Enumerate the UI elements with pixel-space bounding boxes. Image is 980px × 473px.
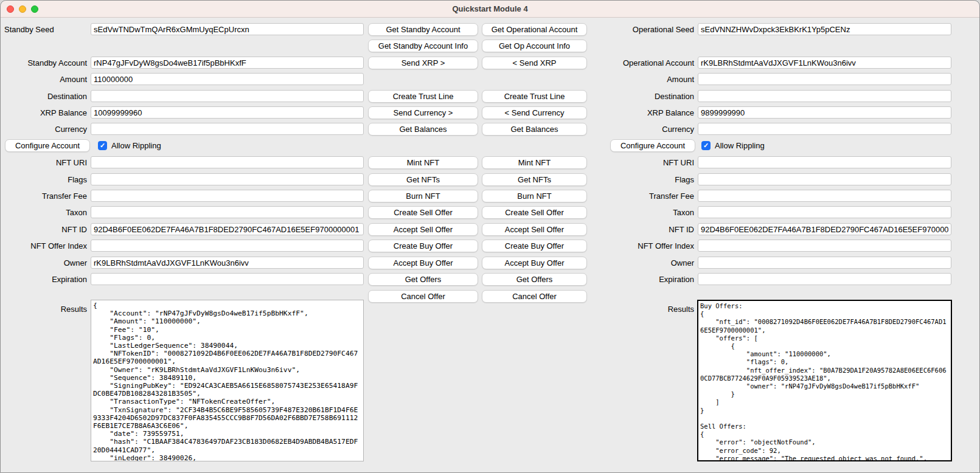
standby-nft-id-input[interactable] <box>91 223 364 235</box>
operational-taxon-input[interactable] <box>698 206 951 218</box>
standby-allow-rippling-checkbox[interactable]: ✓ <box>98 141 107 150</box>
standby-create-sell-offer-button[interactable]: Create Sell Offer <box>368 206 478 219</box>
standby-currency-input[interactable] <box>91 123 364 135</box>
operational-nft-uri-input[interactable] <box>698 156 951 168</box>
standby-account-input[interactable] <box>91 57 364 69</box>
operational-flags-input[interactable] <box>698 173 951 185</box>
standby-send-xrp-button[interactable]: Send XRP > <box>368 57 478 69</box>
operational-create-buy-offer-button[interactable]: Create Buy Offer <box>482 240 587 252</box>
operational-seed-input[interactable] <box>698 23 951 35</box>
operational-nft-id-input[interactable] <box>698 223 951 235</box>
standby-currency-label: Currency <box>1 123 87 136</box>
standby-nft-uri-label: NFT URI <box>1 157 87 169</box>
checkmark-icon: ✓ <box>100 142 105 149</box>
standby-send-currency-button[interactable]: Send Currency > <box>368 106 478 119</box>
operational-currency-label: Currency <box>596 123 694 136</box>
standby-create-trust-line-button[interactable]: Create Trust Line <box>368 90 478 103</box>
standby-get-offers-button[interactable]: Get Offers <box>368 273 478 286</box>
standby-destination-input[interactable] <box>91 90 364 102</box>
standby-nft-offer-index-label: NFT Offer Index <box>1 240 87 252</box>
checkmark-icon: ✓ <box>703 142 709 149</box>
operational-accept-buy-offer-button[interactable]: Accept Buy Offer <box>482 257 587 269</box>
operational-taxon-label: Taxon <box>596 207 694 219</box>
standby-seed-label: Standby Seed <box>4 24 91 36</box>
operational-xrp-balance-input[interactable] <box>698 106 951 119</box>
standby-xrp-balance-label: XRP Balance <box>1 107 87 119</box>
operational-owner-label: Owner <box>596 257 694 269</box>
operational-amount-label: Amount <box>596 74 694 86</box>
operational-results-textarea[interactable]: Buy Offers: { "nft_id": "0008271092D4B6F… <box>697 300 952 461</box>
operational-destination-input[interactable] <box>698 90 951 102</box>
standby-transfer-fee-label: Transfer Fee <box>1 190 87 202</box>
window-title: Quickstart Module 4 <box>1 1 979 18</box>
get-operational-account-button[interactable]: Get Operational Account <box>482 23 587 36</box>
get-standby-account-button[interactable]: Get Standby Account <box>368 23 478 36</box>
standby-amount-input[interactable] <box>91 73 364 85</box>
operational-get-offers-button[interactable]: Get Offers <box>482 273 587 286</box>
operational-allow-rippling-checkbox[interactable]: ✓ <box>701 141 711 150</box>
operational-seed-label: Operational Seed <box>596 24 694 36</box>
standby-accept-sell-offer-button[interactable]: Accept Sell Offer <box>368 223 478 236</box>
operational-send-currency-button[interactable]: < Send Currency <box>482 106 587 119</box>
standby-seed-input[interactable] <box>91 23 364 35</box>
operational-nft-id-label: NFT ID <box>596 224 694 236</box>
standby-taxon-label: Taxon <box>1 207 87 219</box>
operational-allow-rippling-label: Allow Rippling <box>715 139 765 152</box>
standby-destination-label: Destination <box>1 91 87 103</box>
operational-create-trust-line-button[interactable]: Create Trust Line <box>482 90 587 103</box>
operational-account-input[interactable] <box>698 57 951 69</box>
operational-expiration-input[interactable] <box>698 273 951 285</box>
operational-create-sell-offer-button[interactable]: Create Sell Offer <box>482 206 587 219</box>
standby-allow-rippling-label: Allow Rippling <box>111 139 161 152</box>
operational-nft-uri-label: NFT URI <box>596 157 694 169</box>
standby-amount-label: Amount <box>1 74 87 86</box>
standby-taxon-input[interactable] <box>91 206 364 218</box>
operational-results-label: Results <box>596 303 694 316</box>
standby-cancel-offer-button[interactable]: Cancel Offer <box>368 290 478 303</box>
standby-flags-label: Flags <box>1 174 87 186</box>
operational-xrp-balance-label: XRP Balance <box>596 107 694 119</box>
standby-owner-label: Owner <box>1 257 87 269</box>
operational-currency-input[interactable] <box>698 123 951 135</box>
standby-owner-input[interactable] <box>91 257 364 269</box>
standby-get-nfts-button[interactable]: Get NFTs <box>368 173 478 186</box>
operational-flags-label: Flags <box>596 174 694 186</box>
standby-transfer-fee-input[interactable] <box>91 190 364 202</box>
operational-transfer-fee-label: Transfer Fee <box>596 190 694 202</box>
operational-destination-label: Destination <box>596 91 694 103</box>
standby-mint-nft-button[interactable]: Mint NFT <box>368 156 478 169</box>
standby-accept-buy-offer-button[interactable]: Accept Buy Offer <box>368 257 478 269</box>
app-window: Quickstart Module 4 Standby Seed Standby… <box>0 0 980 473</box>
get-standby-account-info-button[interactable]: Get Standby Account Info <box>368 40 478 52</box>
standby-nft-id-label: NFT ID <box>1 224 87 236</box>
operational-expiration-label: Expiration <box>596 274 694 286</box>
operational-get-nfts-button[interactable]: Get NFTs <box>482 173 587 186</box>
standby-xrp-balance-input[interactable] <box>91 106 364 119</box>
standby-flags-input[interactable] <box>91 173 364 185</box>
operational-accept-sell-offer-button[interactable]: Accept Sell Offer <box>482 223 587 236</box>
operational-account-label: Operational Account <box>596 57 694 69</box>
standby-get-balances-button[interactable]: Get Balances <box>368 123 478 136</box>
standby-expiration-input[interactable] <box>91 273 364 285</box>
standby-configure-account-button[interactable]: Configure Account <box>5 139 90 152</box>
standby-nft-uri-input[interactable] <box>91 156 364 168</box>
operational-transfer-fee-input[interactable] <box>698 190 951 202</box>
operational-amount-input[interactable] <box>698 73 951 85</box>
get-op-account-info-button[interactable]: Get Op Account Info <box>482 40 587 52</box>
standby-results-label: Results <box>1 303 87 316</box>
operational-send-xrp-button[interactable]: < Send XRP <box>482 57 587 69</box>
operational-burn-nft-button[interactable]: Burn NFT <box>482 190 587 202</box>
standby-results-textarea[interactable]: { "Account": "rNP47gJFvDyW8gsDo4weB17if5… <box>91 300 364 461</box>
title-bar: Quickstart Module 4 <box>1 1 979 18</box>
operational-nft-offer-index-input[interactable] <box>698 240 951 252</box>
operational-get-balances-button[interactable]: Get Balances <box>482 123 587 136</box>
operational-cancel-offer-button[interactable]: Cancel Offer <box>482 290 587 303</box>
standby-account-label: Standby Account <box>1 57 87 69</box>
standby-create-buy-offer-button[interactable]: Create Buy Offer <box>368 240 478 252</box>
operational-mint-nft-button[interactable]: Mint NFT <box>482 156 587 169</box>
operational-owner-input[interactable] <box>698 257 951 269</box>
standby-nft-offer-index-input[interactable] <box>91 240 364 252</box>
standby-expiration-label: Expiration <box>1 274 87 286</box>
operational-configure-account-button[interactable]: Configure Account <box>610 139 695 152</box>
standby-burn-nft-button[interactable]: Burn NFT <box>368 190 478 202</box>
